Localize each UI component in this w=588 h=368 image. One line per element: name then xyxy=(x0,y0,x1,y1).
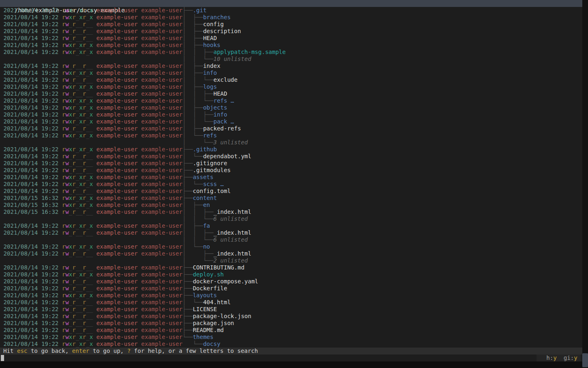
file-row[interactable]: 2021/08/14 19:22 rwxr_xr_x example-user … xyxy=(0,222,582,229)
permissions: rw_r__r__ xyxy=(62,160,93,166)
modified-datetime: 2021/08/15 16:32 xyxy=(3,195,58,201)
file-row[interactable]: 2021/08/14 19:22 rw_r__r__ example-user … xyxy=(0,278,582,285)
file-row[interactable]: 2021/08/14 19:22 rwxr_xr_x example-user … xyxy=(0,243,582,250)
file-row[interactable]: 2021/08/14 19:22 rwxr_xr_x example-user … xyxy=(0,49,582,56)
permissions: rw_r__r__ xyxy=(62,188,93,194)
owner-name: example-user xyxy=(96,202,138,208)
search-input[interactable]: h:y gi:y xyxy=(0,355,582,361)
pad xyxy=(138,14,141,20)
perm-char: _ xyxy=(69,153,72,159)
modified-datetime: 2021/08/14 19:22 xyxy=(3,243,58,250)
file-row[interactable]: 2021/08/14 19:22 rwxr_xr_x example-user … xyxy=(0,70,582,76)
perm-char: r xyxy=(62,28,65,34)
file-row[interactable]: 2021/08/14 19:22 rwxr_xr_x example-user … xyxy=(0,341,582,348)
file-row[interactable]: 2021/08/14 19:22 rwxr_xr_x example-user … xyxy=(0,111,582,118)
pad xyxy=(58,90,62,97)
file-row[interactable]: 2021/08/14 19:22 rw_r__r__ example-user … xyxy=(0,63,582,70)
pad xyxy=(58,21,62,27)
file-row[interactable]: 2021/08/14 19:22 rwxr_xr_x example-user … xyxy=(0,104,582,111)
modified-datetime: 2021/08/14 19:22 xyxy=(3,70,58,76)
file-row[interactable]: 2021/08/14 19:22 rw_r__r__ example-user … xyxy=(0,229,582,236)
file-row[interactable]: 2021/08/14 19:22 rw_r__r__ example-user … xyxy=(0,250,582,257)
perm-char: _ xyxy=(86,229,89,236)
group-name: example-user xyxy=(141,63,183,69)
permissions: rwxr_xr_x xyxy=(62,202,93,208)
entry-name: index xyxy=(203,63,220,69)
file-row[interactable]: 2021/08/14 19:22 rw_r__r__ example-user … xyxy=(0,264,582,271)
file-row[interactable]: 2021/08/14 19:22 rwxr_xr_x example-user … xyxy=(0,181,582,188)
file-row[interactable]: 2021/08/14 19:22 rwxr_xr_x example-user … xyxy=(0,292,582,299)
entry-name: info xyxy=(203,70,217,76)
modified-datetime: 2021/08/15 16:32 xyxy=(3,202,58,208)
pad xyxy=(58,132,62,139)
perm-char: x xyxy=(89,334,93,340)
file-row[interactable]: │ │ └──10 unlisted xyxy=(0,56,582,63)
perm-char: r xyxy=(62,202,65,208)
file-row[interactable]: 2021/08/14 19:22 rwxr_xr_x example-user … xyxy=(0,118,582,125)
file-row[interactable]: 2021/08/14 19:22 rwxr_xr_x example-user … xyxy=(0,132,582,139)
permissions: rw_r__r__ xyxy=(62,320,93,326)
permissions: rwxr_xr_x xyxy=(62,132,93,139)
file-row[interactable]: 2021/08/14 19:22 rw_r__r__ example-user … xyxy=(0,327,582,334)
pad xyxy=(93,70,96,76)
scrollbar-thumb[interactable] xyxy=(582,353,588,367)
pad xyxy=(58,209,62,215)
pad xyxy=(138,334,141,340)
perm-char: r xyxy=(82,306,86,312)
file-row[interactable]: 2021/08/14 19:22 rw_r__r__ example-user … xyxy=(0,313,582,320)
permissions: rwxr_xr_x xyxy=(62,222,93,229)
file-row[interactable]: 2021/08/14 19:22 rwxr_xr_x example-user … xyxy=(0,14,582,21)
file-row[interactable]: 2021/08/14 19:22 rw_r__r__ example-user … xyxy=(0,21,582,28)
file-row[interactable]: 2021/08/14 19:22 rwxr_xr_x example-user … xyxy=(0,174,582,181)
pad xyxy=(138,167,141,173)
owner-name: example-user xyxy=(96,132,138,139)
file-row[interactable]: 2021/08/14 19:22 rwxr_xr_x example-user … xyxy=(0,83,582,90)
file-row[interactable]: 2021/08/14 19:22 rw_r__r__ example-user … xyxy=(0,35,582,42)
file-row[interactable]: 2021/08/14 19:22 rw_r__r__ example-user … xyxy=(0,76,582,83)
file-row[interactable]: 2021/08/14 19:22 rw_r__r__ example-user … xyxy=(0,125,582,132)
file-row[interactable]: 2021/08/14 19:22 rw_r__r__ example-user … xyxy=(0,160,582,167)
file-row[interactable]: 2021/08/14 19:22 rw_r__r__ example-user … xyxy=(0,299,582,306)
modified-datetime: 2021/08/14 19:22 xyxy=(3,306,58,312)
file-row[interactable]: 2021/08/15 16:32 rw_r__r__ example-user … xyxy=(0,209,582,215)
tree-branch-line: │ │ └── xyxy=(183,76,214,83)
perm-char: x xyxy=(69,97,72,104)
file-row[interactable]: │ │ └──6 unlisted xyxy=(0,236,582,243)
file-row[interactable]: 2021/08/14 19:22 rw_r__r__ example-user … xyxy=(0,28,582,35)
perm-char: w xyxy=(65,118,69,125)
file-row[interactable]: 2021/08/15 16:32 rwxr_xr_x example-user … xyxy=(0,195,582,202)
pad xyxy=(138,97,141,104)
scrollbar-track[interactable] xyxy=(582,0,588,368)
file-row[interactable]: 2021/08/14 19:22 rw_r__r__ example-user … xyxy=(0,167,582,174)
file-row[interactable]: 2021/08/14 19:22 rwxr_xr_x example-user … xyxy=(0,97,582,104)
input-cursor[interactable] xyxy=(1,355,4,361)
file-row[interactable]: 2021/08/14 19:22 rw_r__r__ example-user … xyxy=(0,285,582,292)
pad xyxy=(93,153,96,159)
entry-name: HEAD xyxy=(203,35,217,41)
file-row[interactable]: │ └──2 unlisted xyxy=(0,257,582,264)
permissions: rwxr_xr_x xyxy=(62,292,93,298)
permissions: rw_r__r__ xyxy=(62,278,93,285)
pad xyxy=(58,313,62,319)
perm-char: x xyxy=(69,83,72,90)
file-row[interactable]: 2021/08/14 19:22 rwxr_xr_x example-user … xyxy=(0,271,582,278)
perm-char: x xyxy=(89,181,93,187)
pad xyxy=(93,292,96,298)
tree-branch-line: │ ├── xyxy=(183,250,214,257)
file-row[interactable]: 2021/08/14 19:22 rw_r__r__ example-user … xyxy=(0,188,582,195)
file-row[interactable]: │ └──3 unlisted xyxy=(0,139,582,146)
pad xyxy=(58,83,62,90)
file-row[interactable]: 2021/08/14 19:22 rw_r__r__ example-user … xyxy=(0,90,582,97)
file-row[interactable]: │ │ └──6 unlisted xyxy=(0,215,582,222)
file-row[interactable]: 2021/08/14 19:22 rw_r__r__ example-user … xyxy=(0,153,582,160)
file-row[interactable]: 2021/08/14 19:22 rwxr_xr_x example-user … xyxy=(0,42,582,49)
file-row[interactable]: 2021/08/14 19:22 rwxr_xr_x example-user … xyxy=(0,334,582,341)
file-row[interactable]: 2021/08/15 16:32 rwxr_xr_x example-user … xyxy=(0,202,582,209)
file-row[interactable]: 2021/08/14 19:22 rwxr_xr_x example-user … xyxy=(0,7,582,14)
file-row[interactable]: 2021/08/14 19:22 rw_r__r__ example-user … xyxy=(0,306,582,313)
perm-char: _ xyxy=(69,285,72,292)
pad xyxy=(93,146,96,153)
perm-char: _ xyxy=(76,313,79,319)
file-row[interactable]: 2021/08/14 19:22 rw_r__r__ example-user … xyxy=(0,320,582,327)
file-row[interactable]: 2021/08/14 19:22 rwxr_xr_x example-user … xyxy=(0,146,582,153)
